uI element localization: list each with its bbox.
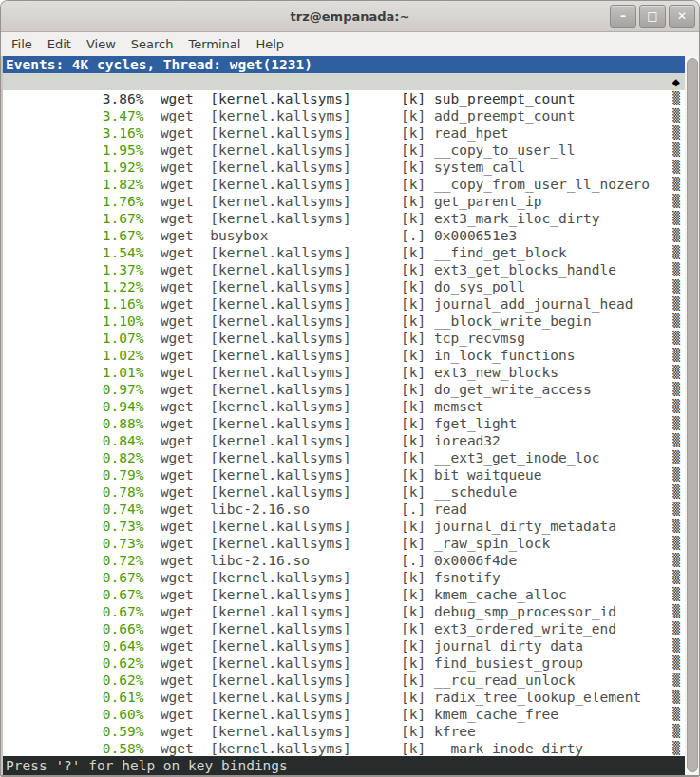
- perf-row[interactable]: 1.92% wget [kernel.kallsyms] [k] system_…: [3, 142, 685, 159]
- perf-row[interactable]: 0.59% wget [kernel.kallsyms] [k] kfree ▒: [3, 706, 685, 723]
- scroll-marker-icon: ▒: [672, 90, 680, 107]
- menu-edit[interactable]: Edit: [40, 34, 79, 54]
- scroll-marker-icon: ▒: [672, 107, 680, 124]
- scroll-marker-icon: ▒: [672, 586, 680, 603]
- menubar: File Edit View Search Terminal Help: [1, 32, 699, 56]
- scroll-marker-icon: ▒: [672, 466, 680, 483]
- scroll-marker-icon: ▒: [672, 518, 680, 535]
- scroll-marker-icon: ▒: [672, 398, 680, 415]
- menu-terminal[interactable]: Terminal: [180, 34, 248, 54]
- scroll-marker-icon: ▒: [672, 432, 680, 449]
- perf-row[interactable]: 0.73% wget [kernel.kallsyms] [k] journal…: [3, 501, 685, 518]
- perf-row[interactable]: 0.67% wget [kernel.kallsyms] [k] debug_s…: [3, 586, 685, 603]
- scroll-marker-icon: ▒: [672, 159, 680, 176]
- perf-row[interactable]: 3.86% wget [kernel.kallsyms] [k] sub_pre…: [3, 73, 685, 90]
- scroll-marker-icon: ▒: [672, 706, 680, 723]
- perf-row[interactable]: 1.07% wget [kernel.kallsyms] [k] tcp_rec…: [3, 313, 685, 330]
- perf-row[interactable]: 0.67% wget [kernel.kallsyms] [k] kmem_ca…: [3, 569, 685, 586]
- perf-row[interactable]: 0.60% wget [kernel.kallsyms] [k] kmem_ca…: [3, 689, 685, 706]
- perf-row[interactable]: 1.16% wget [kernel.kallsyms] [k] journal…: [3, 278, 685, 295]
- minimize-icon: –: [620, 9, 626, 23]
- perf-row[interactable]: 0.61% wget [kernel.kallsyms] [k] radix_t…: [3, 672, 685, 689]
- scroll-marker-icon: ▒: [672, 193, 680, 210]
- scroll-marker-icon: ▒: [672, 483, 680, 501]
- perf-row[interactable]: 0.57% wget [kernel.kallsyms] [k] ext3_jo…: [3, 740, 685, 756]
- scroll-marker-icon: ▒: [672, 569, 680, 586]
- perf-row[interactable]: 1.01% wget [kernel.kallsyms] [k] ext3_ne…: [3, 347, 685, 364]
- perf-row[interactable]: 1.10% wget [kernel.kallsyms] [k] __block…: [3, 295, 685, 313]
- scroll-marker-icon: ▒: [672, 330, 680, 347]
- perf-events-header: Events: 4K cycles, Thread: wget(1231): [3, 56, 685, 73]
- scroll-marker-icon: ▒: [672, 295, 680, 313]
- perf-row[interactable]: 0.94% wget [kernel.kallsyms] [k] memset …: [3, 381, 685, 398]
- perf-row[interactable]: 0.97% wget [kernel.kallsyms] [k] do_get_…: [3, 364, 685, 381]
- minimize-button[interactable]: –: [610, 5, 636, 28]
- menu-help[interactable]: Help: [248, 34, 292, 54]
- perf-row[interactable]: 0.82% wget [kernel.kallsyms] [k] __ext3_…: [3, 432, 685, 449]
- perf-row[interactable]: 0.74% wget libc-2.16.so [.] read ▒: [3, 483, 685, 501]
- perf-row[interactable]: 0.66% wget [kernel.kallsyms] [k] ext3_or…: [3, 603, 685, 620]
- scroll-marker-icon: ▒: [672, 689, 680, 706]
- menu-view[interactable]: View: [79, 34, 123, 54]
- maximize-icon: □: [647, 9, 657, 23]
- terminal-window: trz@empanada:~ – □ ✕ File Edit View Sear…: [0, 0, 700, 777]
- scroll-marker-icon: ▒: [672, 535, 680, 552]
- scroll-marker-icon: ▒: [672, 227, 680, 244]
- scroll-marker-icon: ▒: [672, 142, 680, 159]
- perf-symbol-list: 3.86% wget [kernel.kallsyms] [k] sub_pre…: [3, 73, 685, 756]
- scroll-marker-icon: ▒: [672, 381, 680, 398]
- perf-row[interactable]: 1.67% wget busybox [.] 0x000651e3 ▒: [3, 210, 685, 227]
- perf-row[interactable]: 1.02% wget [kernel.kallsyms] [k] in_lock…: [3, 330, 685, 347]
- scroll-marker-icon: ▒: [672, 501, 680, 518]
- perf-row[interactable]: 0.67% wget [kernel.kallsyms] [k] fsnotif…: [3, 552, 685, 569]
- perf-row[interactable]: 1.54% wget [kernel.kallsyms] [k] __find_…: [3, 227, 685, 244]
- perf-row[interactable]: 1.22% wget [kernel.kallsyms] [k] do_sys_…: [3, 261, 685, 278]
- window-title: trz@empanada:~: [291, 9, 410, 24]
- perf-row[interactable]: 0.78% wget [kernel.kallsyms] [k] __sched…: [3, 466, 685, 483]
- scroll-marker-icon: ▒: [672, 415, 680, 432]
- close-button[interactable]: ✕: [669, 5, 695, 28]
- perf-row[interactable]: 3.16% wget [kernel.kallsyms] [k] read_hp…: [3, 107, 685, 124]
- scroll-marker-icon: ▒: [672, 176, 680, 193]
- close-icon: ✕: [677, 9, 687, 23]
- scroll-marker-icon: ▒: [672, 244, 680, 261]
- scroll-marker-icon: ▒: [672, 552, 680, 569]
- perf-row[interactable]: 0.64% wget [kernel.kallsyms] [k] journal…: [3, 620, 685, 637]
- terminal-content: Events: 4K cycles, Thread: wget(1231) 3.…: [1, 56, 699, 775]
- perf-row[interactable]: 0.58% wget [kernel.kallsyms] [k] __mark_…: [3, 723, 685, 740]
- scroll-marker-icon: ▒: [672, 654, 680, 672]
- titlebar: trz@empanada:~ – □ ✕: [1, 1, 699, 32]
- scroll-marker-icon: ▒: [672, 124, 680, 142]
- scroll-marker-icon: ▒: [672, 210, 680, 227]
- scroll-marker-icon: ▒: [672, 278, 680, 295]
- perf-row[interactable]: 0.84% wget [kernel.kallsyms] [k] ioread3…: [3, 415, 685, 432]
- scroll-marker-icon: ▒: [672, 449, 680, 466]
- perf-row[interactable]: 1.67% wget [kernel.kallsyms] [k] ext3_ma…: [3, 193, 685, 210]
- selected-marker-icon: ◆: [672, 73, 680, 90]
- menu-file[interactable]: File: [4, 34, 40, 54]
- scrollbar-thumb[interactable]: [687, 58, 698, 772]
- perf-row[interactable]: 0.73% wget [kernel.kallsyms] [k] _raw_sp…: [3, 518, 685, 535]
- perf-row[interactable]: 0.62% wget [kernel.kallsyms] [k] __rcu_r…: [3, 654, 685, 672]
- perf-row[interactable]: 1.95% wget [kernel.kallsyms] [k] __copy_…: [3, 124, 685, 142]
- perf-row[interactable]: 3.47% wget [kernel.kallsyms] [k] add_pre…: [3, 90, 685, 107]
- scroll-marker-icon: ▒: [672, 620, 680, 637]
- perf-row[interactable]: 0.88% wget [kernel.kallsyms] [k] fget_li…: [3, 398, 685, 415]
- scroll-marker-icon: ▒: [672, 364, 680, 381]
- scroll-marker-icon: ▒: [672, 347, 680, 364]
- scroll-marker-icon: ▒: [672, 313, 680, 330]
- scroll-marker-icon: ▒: [672, 740, 680, 756]
- maximize-button[interactable]: □: [639, 5, 666, 28]
- scroll-marker-icon: ▒: [672, 723, 680, 740]
- scroll-marker-icon: ▒: [672, 261, 680, 278]
- perf-row[interactable]: 1.76% wget [kernel.kallsyms] [k] get_par…: [3, 176, 685, 193]
- perf-row[interactable]: 1.82% wget [kernel.kallsyms] [k] __copy_…: [3, 159, 685, 176]
- perf-row[interactable]: 1.37% wget [kernel.kallsyms] [k] ext3_ge…: [3, 244, 685, 261]
- perf-row[interactable]: 0.79% wget [kernel.kallsyms] [k] bit_wai…: [3, 449, 685, 466]
- status-bar: Press '?' for help on key bindings: [3, 756, 685, 775]
- perf-row[interactable]: 0.62% wget [kernel.kallsyms] [k] find_bu…: [3, 637, 685, 654]
- scroll-marker-icon: ▒: [672, 672, 680, 689]
- perf-row[interactable]: 0.72% wget libc-2.16.so [.] 0x0006f4de ▒: [3, 535, 685, 552]
- terminal-scrollbar[interactable]: [685, 56, 699, 775]
- menu-search[interactable]: Search: [123, 34, 181, 54]
